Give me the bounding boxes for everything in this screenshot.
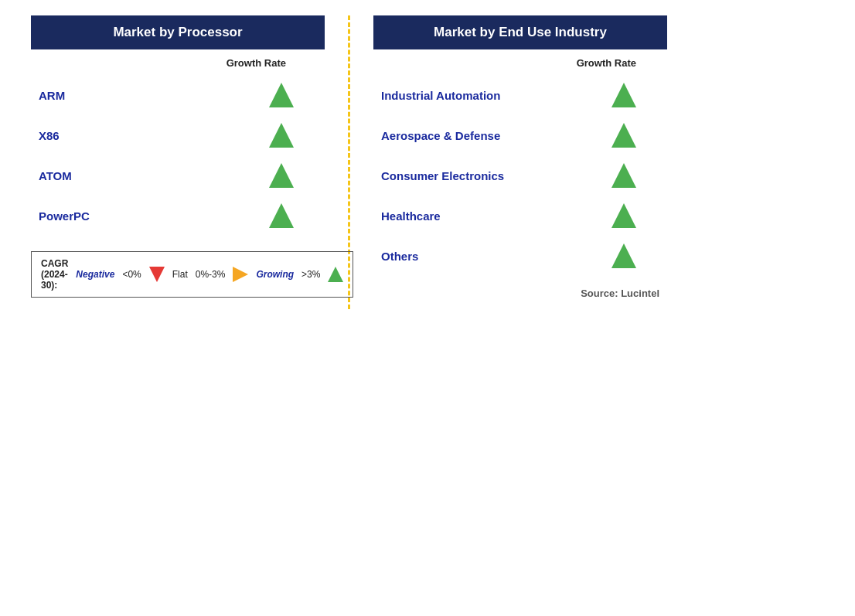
- flat-label: Flat: [172, 269, 188, 280]
- negative-arrow-down: [149, 267, 165, 282]
- healthcare-arrow-container: [474, 203, 659, 228]
- negative-label: Negative: [76, 269, 114, 280]
- processor-x86-label: X86: [39, 129, 131, 142]
- processor-powerpc-label: PowerPC: [39, 209, 131, 223]
- atom-growth-arrow-up: [269, 163, 294, 188]
- x86-growth-arrow-up: [269, 123, 294, 148]
- flat-arrow-right: [233, 267, 248, 282]
- powerpc-arrow-container: [131, 203, 317, 228]
- growing-range: >3%: [301, 269, 320, 280]
- processor-arm-label: ARM: [39, 89, 131, 102]
- industry-consumer-label: Consumer Electronics: [381, 169, 504, 182]
- arm-arrow-container: [131, 83, 317, 107]
- list-item: Others: [373, 236, 667, 276]
- list-item: Aerospace & Defense: [373, 115, 667, 155]
- atom-arrow-container: [131, 163, 317, 188]
- consumer-arrow-container: [504, 163, 659, 188]
- aerospace-arrow-container: [500, 123, 659, 148]
- industrial-growth-arrow-up: [611, 83, 636, 107]
- left-panel-title: Market by Processor: [31, 15, 325, 49]
- others-arrow-container: [474, 243, 659, 268]
- industry-aerospace-label: Aerospace & Defense: [381, 129, 500, 142]
- main-container: Market by Processor Growth Rate ARM X86 …: [0, 0, 855, 325]
- right-panel: Market by End Use Industry Growth Rate I…: [373, 15, 667, 309]
- negative-range: <0%: [122, 269, 141, 280]
- list-item: ATOM: [31, 155, 325, 196]
- right-panel-title: Market by End Use Industry: [373, 15, 667, 49]
- arm-growth-arrow-up: [269, 83, 294, 107]
- powerpc-growth-arrow-up: [269, 203, 294, 228]
- industry-healthcare-label: Healthcare: [381, 209, 474, 223]
- source-text: Source: Lucintel: [373, 288, 667, 299]
- cagr-label: CAGR(2024-30):: [41, 258, 68, 291]
- legend-box: CAGR(2024-30): Negative <0% Flat 0%-3% G…: [31, 251, 353, 298]
- growing-label: Growing: [256, 269, 294, 280]
- processor-atom-label: ATOM: [39, 169, 131, 182]
- industry-others-label: Others: [381, 250, 474, 263]
- flat-range: 0%-3%: [196, 269, 226, 280]
- aerospace-growth-arrow-up: [611, 123, 636, 148]
- list-item: ARM: [31, 75, 325, 115]
- list-item: PowerPC: [31, 196, 325, 236]
- list-item: X86: [31, 115, 325, 155]
- left-panel: Market by Processor Growth Rate ARM X86 …: [31, 15, 325, 309]
- list-item: Industrial Automation: [373, 75, 667, 115]
- left-growth-rate-label: Growth Rate: [31, 57, 325, 69]
- list-item: Healthcare: [373, 196, 667, 236]
- industrial-arrow-container: [500, 83, 659, 107]
- industry-industrial-label: Industrial Automation: [381, 89, 500, 102]
- x86-arrow-container: [131, 123, 317, 148]
- consumer-growth-arrow-up: [611, 163, 636, 188]
- healthcare-growth-arrow-up: [611, 203, 636, 228]
- list-item: Consumer Electronics: [373, 155, 667, 196]
- growing-arrow-up: [328, 267, 343, 282]
- others-growth-arrow-up: [611, 243, 636, 268]
- right-growth-rate-label: Growth Rate: [373, 57, 667, 69]
